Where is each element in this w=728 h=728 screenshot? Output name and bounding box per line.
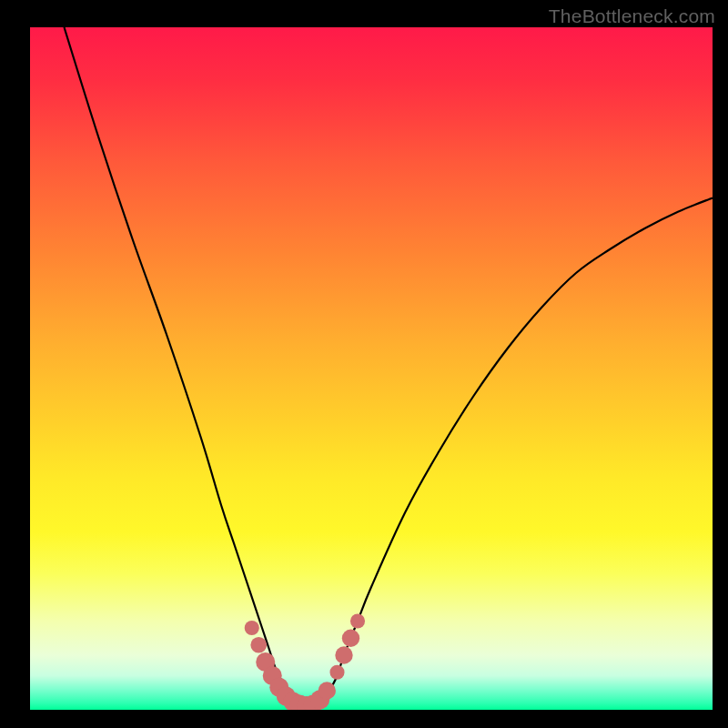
bottleneck-chart [30, 27, 713, 710]
curve-marker [350, 613, 365, 628]
curve-marker [250, 637, 267, 653]
curve-marker [329, 665, 344, 680]
bottleneck-curve-path [65, 27, 713, 707]
curve-marker [335, 646, 352, 663]
curve-marker [245, 621, 259, 635]
watermark-text: TheBottleneck.com [549, 5, 715, 27]
plot-area [30, 27, 713, 710]
curve-marker [318, 682, 336, 699]
curve-marker [342, 630, 359, 647]
chart-frame: TheBottleneck.com [0, 0, 728, 728]
